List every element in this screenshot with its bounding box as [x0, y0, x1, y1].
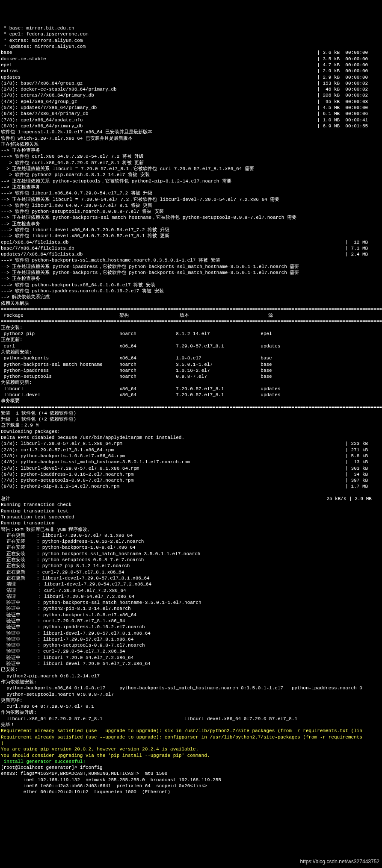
terminal-line: 升级 1 软件包 (+2 依赖软件包) — [1, 416, 382, 422]
terminal-line: (6/8): base/7/x86_64/primary_db | 6.1 MB… — [1, 111, 382, 117]
terminal-line: libcurl-devel x86_64 7.29.0-57.el7_8.1 u… — [1, 392, 382, 398]
terminal-line: ---> 软件包 curl.x86_64.0.7.29.0-57.el7_8.1… — [1, 160, 382, 166]
terminal-line: (1/8): libcurl-7.29.0-57.el7_8.1.x86_64.… — [1, 441, 382, 447]
terminal-line: --> 正在处理依赖关系 python-backports，它被软件包 pyth… — [1, 270, 382, 276]
terminal-line: python2-pip.noarch 0:8.1.2-14.el7 — [1, 673, 382, 679]
terminal-line: 软件包 which-2.20-7.el7.x86_64 已安装并且是最新版本 — [1, 135, 382, 141]
terminal-line: python-backports-ssl_match_hostname noar… — [1, 362, 382, 368]
terminal-line: ========================================… — [1, 318, 382, 324]
terminal-line: extras | 2.9 kB 00:00:00 — [1, 68, 382, 74]
terminal-line: 验证中 : libcurl-devel-7.29.0-57.el7_8.1.x8… — [1, 630, 382, 636]
terminal-line: * epel: fedora.ipserverone.com — [1, 31, 382, 37]
terminal-line: --> 正在检查事务 — [1, 221, 382, 227]
terminal-line: You should consider upgrading via the 'p… — [1, 753, 382, 759]
terminal-line: install generator successful! — [1, 759, 382, 765]
terminal-line: Package 架构 版本 源 — [1, 312, 382, 318]
terminal-line: 事务概要 — [1, 398, 382, 404]
terminal-line: * base: mirror.bit.edu.cn — [1, 25, 382, 31]
terminal-line: (5/8): updates/7/x86_64/primary_db | 4.5… — [1, 105, 382, 111]
terminal-line: 完毕！ — [1, 722, 382, 728]
terminal-line: (2/8): curl-7.29.0-57.el7_8.1.x86_64.rpm… — [1, 447, 382, 453]
terminal-line: epel | 4.7 kB 00:00:00 — [1, 62, 382, 68]
terminal-line: (4/8): python-backports-ssl_match_hostna… — [1, 459, 382, 465]
terminal-line: --> 正在检查事务 — [1, 276, 382, 282]
terminal-line: ---> 软件包 python-setuptools.noarch.0.0.9.… — [1, 209, 382, 215]
terminal-line: 正在安装 : python-setuptools-0.9.8-7.el7.noa… — [1, 557, 382, 563]
terminal-line: python2-pip noarch 8.1.2-14.el7 epel — [1, 331, 382, 337]
terminal-line: 作为依赖被升级: — [1, 709, 382, 715]
terminal-line: 作为依赖被安装: — [1, 679, 382, 685]
terminal-line: 验证中 : python-backports-ssl_match_hostnam… — [1, 600, 382, 606]
terminal-line: 正在安装 : python-backports-ssl_match_hostna… — [1, 551, 382, 557]
terminal-line: 正在安装 : python-ipaddress-1.0.16-2.el7.noa… — [1, 538, 382, 544]
terminal-line: (3/8): python-backports-1.0-8.el7.x86_64… — [1, 453, 382, 459]
terminal-line: 总计 25 kB/s | 2.9 MB — [1, 496, 382, 502]
terminal-line: (3/8): extras/7/x86_64/primary_db | 206 … — [1, 92, 382, 98]
terminal-line: (2/8): docker-ce-stable/x86_64/primary_d… — [1, 86, 382, 92]
terminal-line: 为依赖而安装: — [1, 349, 382, 355]
terminal-line: ---> 软件包 libcurl.x86_64.0.7.29.0-57.el7_… — [1, 203, 382, 209]
terminal-line: Running transaction test — [1, 508, 382, 514]
terminal-line: 警告：RPM 数据库已被非 yum 程序修改。 — [1, 527, 382, 533]
terminal-line: 验证中 : python-backports-1.0-8.el7.x86_64 — [1, 612, 382, 618]
terminal-line: inet 192.168.119.132 netmask 255.255.255… — [1, 777, 382, 783]
terminal-line: --> 解决依赖关系完成 — [1, 294, 382, 300]
terminal-line: python-backports.x86_64 0:1.0-8.el7 pyth… — [1, 685, 382, 691]
terminal-line: docker-ce-stable | 3.5 kB 00:00:00 — [1, 56, 382, 62]
terminal-line: libcurl x86_64 7.29.0-57.el7_8.1 updates — [1, 386, 382, 392]
terminal-line: (7/8): python-setuptools-0.9.8-7.el7.noa… — [1, 477, 382, 483]
terminal-line: 软件包 1:openssl-1.0.2k-19.el7.x86_64 已安装并且… — [1, 129, 382, 135]
terminal-line: python-setuptools noarch 0.9.8-7.el7 bas… — [1, 374, 382, 380]
terminal-line: Requirement already satisfied (use --upg… — [1, 734, 382, 740]
terminal-line: 验证中 : libcurl-devel-7.29.0-54.el7_7.2.x8… — [1, 661, 382, 667]
terminal-line: 验证中 : curl-7.29.0-54.el7_7.2.x86_64 — [1, 648, 382, 654]
terminal-line: ) — [1, 740, 382, 746]
terminal-line: 已安装: — [1, 667, 382, 673]
terminal-line: curl x86_64 7.29.0-57.el7_8.1 updates — [1, 343, 382, 349]
terminal-output: * base: mirror.bit.edu.cn * epel: fedora… — [1, 25, 382, 795]
terminal-line: * extras: mirrors.aliyun.com — [1, 38, 382, 44]
terminal-line: ---> 软件包 libcurl.x86_64.0.7.29.0-54.el7_… — [1, 190, 382, 196]
terminal-line: Downloading packages: — [1, 429, 382, 435]
terminal-line: 正在更新 : libcurl-7.29.0-57.el7_8.1.x86_64 — [1, 533, 382, 538]
terminal-line: --> 正在处理依赖关系 python-setuptools，它被软件包 pyt… — [1, 178, 382, 184]
terminal-line: --> 正在检查事务 — [1, 147, 382, 153]
terminal-line: (4/8): epel/x86_64/group_gz | 95 kB 00:0… — [1, 99, 382, 105]
terminal-line: libcurl.x86_64 0:7.29.0-57.el7_8.1 libcu… — [1, 716, 382, 722]
terminal-line: 正在安装: — [1, 325, 382, 331]
terminal-line: 验证中 : python2-pip-8.1.2-14.el7.noarch — [1, 606, 382, 612]
terminal-line: base | 3.6 kB 00:00:00 — [1, 50, 382, 56]
terminal-line: 更新完毕: — [1, 697, 382, 703]
terminal-line: python-setuptools.noarch 0:0.9.8-7.el7 — [1, 691, 382, 697]
terminal-line: 清理 : libcurl-7.29.0-54.el7_7.2.x86_64 — [1, 594, 382, 600]
terminal-line: 正在更新: — [1, 337, 382, 343]
terminal-line: --> 正在处理依赖关系 python-backports-ssl_match_… — [1, 215, 382, 221]
terminal-line: --> 正在检查事务 — [1, 184, 382, 190]
terminal-line: 安装 1 软件包 (+4 依赖软件包) — [1, 410, 382, 416]
terminal-line: (7/8): epel/x86_64/updateinfo | 1.0 MB 0… — [1, 117, 382, 123]
terminal-line: 总下载量：2.9 M — [1, 422, 382, 428]
terminal-line: [root@localhost generator]# ifconfig — [1, 765, 382, 771]
terminal-line: 依赖关系解决 — [1, 300, 382, 306]
terminal-line: (6/8): python-ipaddress-1.0.16-2.el7.noa… — [1, 471, 382, 477]
terminal-line: ========================================… — [1, 404, 382, 410]
terminal-line: ---> 软件包 python2-pip.noarch.0.8.1.2-14.e… — [1, 172, 382, 178]
terminal-line: ========================================… — [1, 306, 382, 312]
terminal-line: Transaction test succeeded — [1, 514, 382, 520]
terminal-line: ---> 软件包 python-backports.x86_64.0.1.0-8… — [1, 282, 382, 288]
terminal-line: 为依赖而更新: — [1, 380, 382, 385]
terminal-line: * updates: mirrors.aliyun.com — [1, 44, 382, 50]
terminal-line: ---> 软件包 libcurl-devel.x86_64.0.7.29.0-5… — [1, 227, 382, 233]
terminal-line: (1/8): base/7/x86_64/group_gz | 153 kB 0… — [1, 80, 382, 86]
terminal-line: ---> 软件包 libcurl-devel.x86_64.0.7.29.0-5… — [1, 233, 382, 239]
terminal-line: (8/8): epel/x86_64/primary_db | 6.9 MB 0… — [1, 123, 382, 129]
terminal-line: 验证中 : python-setuptools-0.9.8-7.el7.noar… — [1, 642, 382, 648]
terminal-line: ---> 软件包 python-backports-ssl_match_host… — [1, 257, 382, 263]
terminal-line: 验证中 : libcurl-7.29.0-54.el7_7.2.x86_64 — [1, 655, 382, 661]
terminal-line: --> 正在处理依赖关系 python-ipaddress，它被软件包 pyth… — [1, 264, 382, 270]
terminal-line: ens33: flags=4163<UP,BROADCAST,RUNNING,M… — [1, 771, 382, 777]
terminal-line: updates | 2.9 kB 00:00:00 — [1, 74, 382, 80]
terminal-line: ether 00:0c:29:c0:f9:b2 txqueuelen 1000 … — [1, 789, 382, 795]
terminal-line: 清理 : libcurl-devel-7.29.0-54.el7_7.2.x86… — [1, 581, 382, 587]
terminal-line: 正在解决依赖关系 — [1, 141, 382, 147]
